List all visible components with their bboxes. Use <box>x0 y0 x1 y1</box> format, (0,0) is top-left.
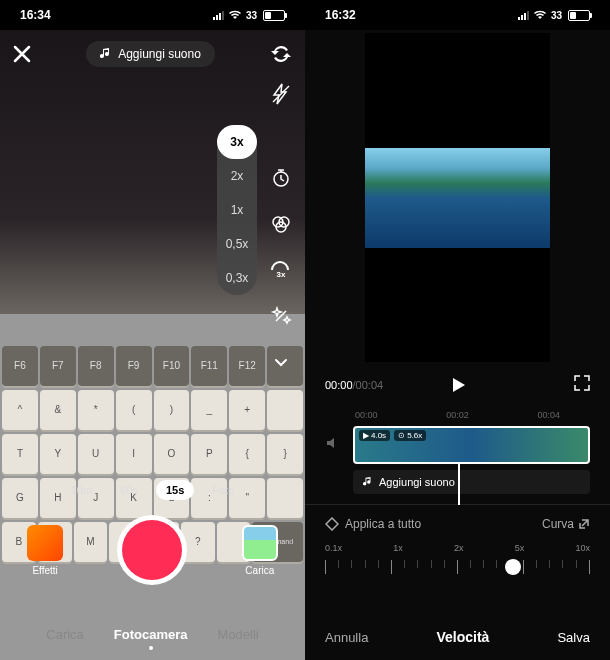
editor-footer: Annulla Velocità Salva <box>305 614 610 660</box>
duration-10m[interactable]: 10m <box>61 480 102 500</box>
battery-icon <box>263 10 285 21</box>
timeline-ruler: 00:00 00:02 00:04 <box>325 410 590 420</box>
speed-option-2x[interactable]: 2x <box>217 159 257 193</box>
music-note-icon <box>100 48 112 60</box>
music-note-icon <box>363 477 373 487</box>
cancel-button[interactable]: Annulla <box>325 630 368 645</box>
time-display: 00:00/00:04 <box>325 379 383 391</box>
tab-upload[interactable]: Carica <box>46 627 84 642</box>
status-bar: 16:34 33 <box>0 0 305 30</box>
camera-screen: 16:34 33 F6F7F8F9F10F11F12 ^&*()_+ TYUIO… <box>0 0 305 660</box>
flip-camera-button[interactable] <box>267 40 295 68</box>
timeline: 00:00 00:02 00:04 ▶ 4.0s ⊙ 5.6x Aggiungi… <box>305 405 610 494</box>
duration-15s[interactable]: 15s <box>156 480 194 500</box>
video-clip[interactable]: ▶ 4.0s ⊙ 5.6x <box>353 426 590 464</box>
external-link-icon <box>578 518 590 530</box>
mute-button[interactable] <box>325 435 345 455</box>
speed-button[interactable]: 3x <box>267 256 295 284</box>
clip-speed-badge: ⊙ 5.6x <box>394 430 426 441</box>
tab-templates[interactable]: Modelli <box>218 627 259 642</box>
close-button[interactable] <box>10 42 34 66</box>
battery-icon <box>568 10 590 21</box>
wifi-icon <box>533 10 547 20</box>
speed-option-03x[interactable]: 0,3x <box>217 261 257 295</box>
speed-option-1x[interactable]: 1x <box>217 193 257 227</box>
add-sound-button[interactable]: Aggiungi suono <box>86 41 215 67</box>
wifi-icon <box>228 10 242 20</box>
current-time: 00:00 <box>325 379 353 391</box>
tab-camera[interactable]: Fotocamera <box>114 627 188 642</box>
flash-button[interactable] <box>267 80 295 108</box>
apply-all-toggle[interactable]: Applica a tutto <box>325 517 421 531</box>
status-indicators: 33 <box>213 10 285 21</box>
status-indicators: 33 <box>518 10 590 21</box>
fullscreen-button[interactable] <box>574 375 590 395</box>
speed-controls: Applica a tutto Curva 0.1x 1x 2x 5x 10x <box>305 504 610 573</box>
filters-button[interactable] <box>267 210 295 238</box>
clip-duration-badge: ▶ 4.0s <box>359 430 390 441</box>
speed-option-05x[interactable]: 0,5x <box>217 227 257 261</box>
speed-option-3x[interactable]: 3x <box>217 125 257 159</box>
duration-photo[interactable]: Foto <box>202 480 244 500</box>
duration-60s[interactable]: 60s <box>110 480 148 500</box>
battery-percent: 33 <box>246 10 257 21</box>
svg-text:3x: 3x <box>277 270 286 279</box>
video-preview[interactable] <box>305 30 610 365</box>
speed-slider[interactable]: 0.1x 1x 2x 5x 10x <box>325 543 590 573</box>
play-button[interactable] <box>446 373 470 397</box>
status-bar: 16:32 33 <box>305 0 610 30</box>
panel-title: Velocità <box>436 629 489 645</box>
beautify-button[interactable] <box>267 302 295 330</box>
editor-screen: 16:32 33 00:00/00:04 00 <box>305 0 610 660</box>
add-sound-track[interactable]: Aggiungi suono <box>353 470 590 494</box>
upload-label: Carica <box>245 565 274 576</box>
mode-tabs: Carica Fotocamera Modelli <box>0 627 305 642</box>
upload-button[interactable]: Carica <box>242 525 278 576</box>
status-time: 16:32 <box>325 8 356 22</box>
add-sound-label: Aggiungi suono <box>379 476 455 488</box>
record-button[interactable] <box>117 515 187 585</box>
curve-button[interactable]: Curva <box>542 517 590 531</box>
battery-percent: 33 <box>551 10 562 21</box>
status-time: 16:34 <box>20 8 51 22</box>
diamond-icon <box>325 517 339 531</box>
effects-label: Effetti <box>32 565 57 576</box>
more-tools-button[interactable] <box>267 348 295 376</box>
duration-selector: 10m 60s 15s Foto <box>0 480 305 500</box>
speed-selector: 3x 2x 1x 0,5x 0,3x <box>217 125 257 295</box>
save-button[interactable]: Salva <box>557 630 590 645</box>
upload-thumbnail <box>242 525 278 561</box>
timer-button[interactable] <box>267 164 295 192</box>
effects-button[interactable]: Effetti <box>27 525 63 576</box>
camera-viewport: F6F7F8F9F10F11F12 ^&*()_+ TYUIOP{} GHJKL… <box>0 30 305 660</box>
add-sound-label: Aggiungi suono <box>118 47 201 61</box>
preview-frame-image <box>365 148 550 248</box>
effects-icon <box>27 525 63 561</box>
